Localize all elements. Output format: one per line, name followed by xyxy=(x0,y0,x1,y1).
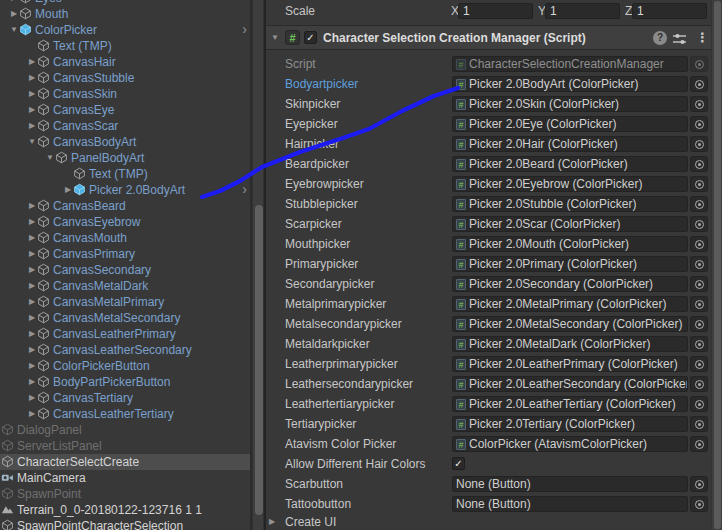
object-picker-button[interactable] xyxy=(690,356,708,372)
object-field[interactable]: #Picker 2.0Primary (ColorPicker) xyxy=(452,256,688,272)
object-field[interactable]: None (Button) xyxy=(452,476,688,492)
object-picker-button[interactable] xyxy=(690,216,708,232)
object-field[interactable]: #Picker 2.0Beard (ColorPicker) xyxy=(452,156,688,172)
object-picker-button[interactable] xyxy=(690,436,708,452)
foldout-arrow-icon[interactable]: ▶ xyxy=(266,514,278,530)
hierarchy-item-canvasmetalsecondary[interactable]: ▶CanvasMetalSecondary xyxy=(0,310,250,326)
hierarchy-item-panelbodyart[interactable]: ▼PanelBodyArt xyxy=(0,150,250,166)
object-field[interactable]: #Picker 2.0Stubble (ColorPicker) xyxy=(452,196,688,212)
hierarchy-item-characterselectcreate[interactable]: CharacterSelectCreate xyxy=(0,454,250,470)
object-picker-button[interactable] xyxy=(690,176,708,192)
object-field[interactable]: #Picker 2.0Eye (ColorPicker) xyxy=(452,116,688,132)
object-picker-button[interactable] xyxy=(690,196,708,212)
hierarchy-item-canvaseye[interactable]: ▶CanvasEye xyxy=(0,102,250,118)
object-picker-button[interactable] xyxy=(690,476,708,492)
hierarchy-item-canvasprimary[interactable]: ▶CanvasPrimary xyxy=(0,246,250,262)
object-picker-button[interactable] xyxy=(690,376,708,392)
preset-icon[interactable] xyxy=(673,33,687,45)
open-prefab-chevron-icon[interactable]: › xyxy=(242,22,247,37)
scale-z-field[interactable]: 1 xyxy=(632,3,707,19)
hierarchy-item-spawnpointcharacterselection[interactable]: SpawnPointCharacterSelection xyxy=(0,518,250,530)
object-field[interactable]: #Picker 2.0Skin (ColorPicker) xyxy=(452,96,688,112)
hierarchy-item-label: CanvasStubble xyxy=(53,70,134,86)
object-field[interactable]: #Picker 2.0Secondary (ColorPicker) xyxy=(452,276,688,292)
hierarchy-item-picker-2-0bodyart[interactable]: ▶Picker 2.0BodyArt› xyxy=(0,182,250,198)
hierarchy-item-canvasmetalprimary[interactable]: ▶CanvasMetalPrimary xyxy=(0,294,250,310)
object-field[interactable]: #Picker 2.0LeatherPrimary (ColorPicker) xyxy=(452,356,688,372)
hierarchy-item-maincamera[interactable]: MainCamera xyxy=(0,470,250,486)
object-picker-button[interactable] xyxy=(690,416,708,432)
hierarchy-scrollbar[interactable] xyxy=(252,0,264,530)
object-field[interactable]: #Picker 2.0Scar (ColorPicker) xyxy=(452,216,688,232)
hierarchy-item-colorpickerbutton[interactable]: ▶ColorPickerButton xyxy=(0,358,250,374)
object-field[interactable]: #Picker 2.0BodyArt (ColorPicker) xyxy=(452,76,688,92)
scale-y-field[interactable]: 1 xyxy=(545,3,620,19)
object-picker-button[interactable] xyxy=(690,156,708,172)
object-field[interactable]: #Picker 2.0MetalPrimary (ColorPicker) xyxy=(452,296,688,312)
object-field[interactable]: #Picker 2.0LeatherTertiary (ColorPicker) xyxy=(452,396,688,412)
object-field[interactable]: #Picker 2.0Eyebrow (ColorPicker) xyxy=(452,176,688,192)
object-picker-button[interactable] xyxy=(690,96,708,112)
hierarchy-item-bodypartpickerbutton[interactable]: ▶BodyPartPickerButton xyxy=(0,374,250,390)
object-picker-button[interactable] xyxy=(690,256,708,272)
object-field[interactable]: #Picker 2.0LeatherSecondary (ColorPicker… xyxy=(452,376,688,392)
object-field[interactable]: None (Button) xyxy=(452,496,688,512)
object-picker-button[interactable] xyxy=(690,496,708,512)
hierarchy-item-serverlistpanel[interactable]: ServerListPanel xyxy=(0,438,250,454)
hierarchy-item-text-tmp[interactable]: Text (TMP) xyxy=(0,38,250,54)
object-picker-button[interactable] xyxy=(690,76,708,92)
hierarchy-item-terrain-0-0-20180122-123716-1-1[interactable]: Terrain_0_0-20180122-123716 1 1 xyxy=(0,502,250,518)
hierarchy-item-canvastertiary[interactable]: ▶CanvasTertiary xyxy=(0,390,250,406)
object-field[interactable]: #Picker 2.0Hair (ColorPicker) xyxy=(452,136,688,152)
hierarchy-item-canvasmouth[interactable]: ▶CanvasMouth xyxy=(0,230,250,246)
scale-x-field[interactable]: 1 xyxy=(458,3,533,19)
object-field[interactable]: #CharacterSelectionCreationManager xyxy=(452,56,688,72)
hierarchy-item-mouth[interactable]: ▶Mouth xyxy=(0,6,250,22)
hierarchy-item-canvasleathertertiary[interactable]: ▶CanvasLeatherTertiary xyxy=(0,406,250,422)
object-picker-button[interactable] xyxy=(690,316,708,332)
allow-different-hair-colors-checkbox[interactable]: ✓ xyxy=(452,457,465,470)
hierarchy-item-canvasbodyart[interactable]: ▼CanvasBodyArt xyxy=(0,134,250,150)
hierarchy-item-canvasleatherprimary[interactable]: ▶CanvasLeatherPrimary xyxy=(0,326,250,342)
object-picker-button[interactable] xyxy=(690,296,708,312)
object-picker-button[interactable] xyxy=(690,236,708,252)
object-picker-button[interactable] xyxy=(690,136,708,152)
object-picker-button[interactable] xyxy=(690,116,708,132)
hierarchy-item-label: SpawnPoint xyxy=(17,486,81,502)
hierarchy-item-colorpicker[interactable]: ▼ColorPicker› xyxy=(0,22,250,38)
object-picker-button[interactable] xyxy=(690,276,708,292)
hierarchy-item-canvaseyebrow[interactable]: ▶CanvasEyebrow xyxy=(0,214,250,230)
inspector-scrollbar-thumb[interactable] xyxy=(714,1,721,529)
hierarchy-item-canvasbeard[interactable]: ▶CanvasBeard xyxy=(0,198,250,214)
object-field[interactable]: #Picker 2.0MetalDark (ColorPicker) xyxy=(452,336,688,352)
hierarchy-item-canvashair[interactable]: ▶CanvasHair xyxy=(0,54,250,70)
object-field[interactable]: #ColorPicker (AtavismColorPicker) xyxy=(452,436,688,452)
hierarchy-item-canvasmetaldark[interactable]: ▶CanvasMetalDark xyxy=(0,278,250,294)
component-enabled-checkbox[interactable]: ✓ xyxy=(304,31,317,44)
open-prefab-chevron-icon[interactable]: › xyxy=(242,182,247,197)
help-icon[interactable]: ? xyxy=(653,31,667,45)
hierarchy-item-dialogpanel[interactable]: DialogPanel xyxy=(0,422,250,438)
object-field[interactable]: #Picker 2.0Mouth (ColorPicker) xyxy=(452,236,688,252)
hierarchy-item-text-tmp[interactable]: Text (TMP) xyxy=(0,166,250,182)
hierarchy-item-canvasstubble[interactable]: ▶CanvasStubble xyxy=(0,70,250,86)
field-label: Mouthpicker xyxy=(285,234,350,254)
kebab-menu-icon[interactable]: ⋮ xyxy=(696,26,709,50)
object-field[interactable]: #Picker 2.0Tertiary (ColorPicker) xyxy=(452,416,688,432)
inspector-scrollbar[interactable] xyxy=(711,0,722,530)
object-picker-button[interactable] xyxy=(690,396,708,412)
create-ui-foldout[interactable]: ▶ Create UI xyxy=(266,514,712,530)
hierarchy-item-canvassecondary[interactable]: ▶CanvasSecondary xyxy=(0,262,250,278)
cube-icon xyxy=(37,279,50,292)
object-field[interactable]: #Picker 2.0MetalSecondary (ColorPicker) xyxy=(452,316,688,332)
cube-icon xyxy=(37,247,50,260)
component-header[interactable]: ▼ # ✓ Character Selection Creation Manag… xyxy=(266,25,712,50)
hierarchy-item-canvasskin[interactable]: ▶CanvasSkin xyxy=(0,86,250,102)
hierarchy-item-canvasleathersecondary[interactable]: ▶CanvasLeatherSecondary xyxy=(0,342,250,358)
hierarchy-item-spawnpoint[interactable]: SpawnPoint xyxy=(0,486,250,502)
hierarchy-item-canvasscar[interactable]: ▶CanvasScar xyxy=(0,118,250,134)
component-foldout-arrow[interactable]: ▼ xyxy=(269,26,281,49)
object-picker-button[interactable] xyxy=(690,56,708,72)
object-picker-button[interactable] xyxy=(690,336,708,352)
hierarchy-scrollbar-thumb[interactable] xyxy=(255,205,263,515)
